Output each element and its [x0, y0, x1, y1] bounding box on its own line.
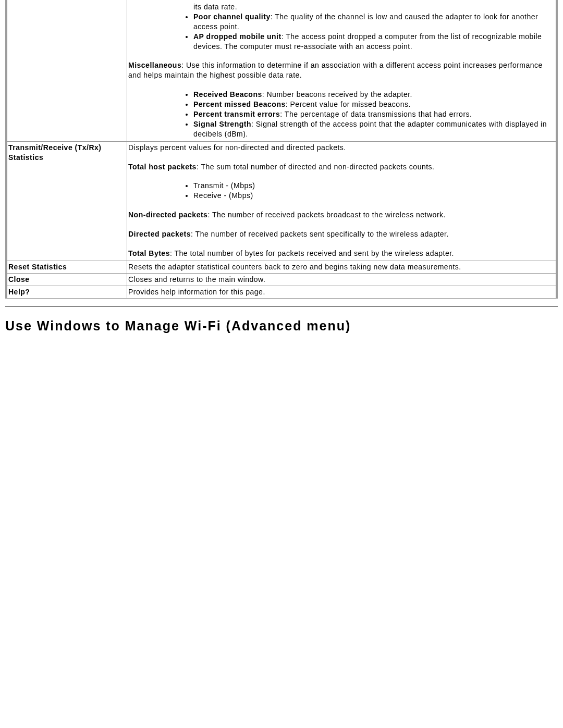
paragraph: Miscellaneous: Use this information to d…	[128, 60, 555, 80]
content-frame: its data rate. Poor channel quality: The…	[5, 0, 558, 299]
desc-cell: Displays percent values for non-directed…	[127, 141, 556, 261]
section-heading: Use Windows to Manage Wi-Fi (Advanced me…	[5, 318, 558, 334]
ndp-label: Non-directed packets	[128, 211, 207, 219]
paragraph: Total Bytes: The total number of bytes f…	[128, 249, 555, 258]
ndp-text: : The number of received packets broadca…	[207, 211, 446, 219]
item-label: Percent transmit errors	[193, 110, 280, 118]
tb-label: Total Bytes	[128, 249, 170, 257]
desc-cell: Closes and returns to the main window.	[127, 273, 556, 286]
bullet-list: Received Beacons: Number beacons receive…	[128, 90, 555, 139]
thp-label: Total host packets	[128, 163, 197, 171]
desc-cell: Resets the adapter statistical counters …	[127, 261, 556, 273]
bullet-list: its data rate. Poor channel quality: The…	[128, 2, 555, 51]
item-label: AP dropped mobile unit	[193, 32, 282, 41]
item-label: Poor channel quality	[193, 13, 271, 21]
table-row: Transmit/Receive (Tx/Rx) Statistics Disp…	[7, 141, 556, 261]
term-cell: Close	[7, 273, 127, 286]
table-row: Help? Provides help information for this…	[7, 286, 556, 298]
list-item: Transmit - (Mbps)	[193, 181, 555, 191]
desc-cell: its data rate. Poor channel quality: The…	[127, 0, 556, 141]
dp-label: Directed packets	[128, 230, 191, 238]
term-cell: Reset Statistics	[7, 261, 127, 273]
item-text: : Number beacons received by the adapter…	[262, 90, 412, 98]
bullet-list: Transmit - (Mbps) Receive - (Mbps)	[128, 181, 555, 201]
item-label: Signal Strength	[193, 120, 251, 128]
paragraph: Total host packets: The sum total number…	[128, 162, 555, 172]
misc-text: : Use this information to determine if a…	[128, 61, 543, 79]
table-row: Reset Statistics Resets the adapter stat…	[7, 261, 556, 273]
misc-label: Miscellaneous	[128, 61, 181, 69]
dp-text: : The number of received packets sent sp…	[191, 230, 449, 238]
item-label: Percent missed Beacons	[193, 100, 286, 108]
term-cell: Help?	[7, 286, 127, 298]
list-item: Percent missed Beacons: Percent value fo…	[193, 100, 555, 109]
list-item: Receive - (Mbps)	[193, 191, 555, 201]
list-item: Poor channel quality: The quality of the…	[193, 12, 555, 32]
paragraph: Non-directed packets: The number of rece…	[128, 210, 555, 220]
list-item: Signal Strength: Signal strength of the …	[193, 119, 555, 139]
item-text: : Percent value for missed beacons.	[286, 100, 411, 108]
item-label: Received Beacons	[193, 90, 262, 98]
section-divider	[5, 306, 558, 307]
term-cell: Transmit/Receive (Tx/Rx) Statistics	[7, 141, 127, 261]
definitions-table: its data rate. Poor channel quality: The…	[7, 0, 556, 299]
list-item: its data rate.	[193, 2, 555, 12]
tb-text: : The total number of bytes for packets …	[170, 249, 454, 257]
list-item: AP dropped mobile unit: The access point…	[193, 32, 555, 52]
list-item: Received Beacons: Number beacons receive…	[193, 90, 555, 100]
table-row: Close Closes and returns to the main win…	[7, 273, 556, 286]
item-text: : The percentage of data transmissions t…	[280, 110, 472, 118]
intro-text: Displays percent values for non-directed…	[128, 143, 555, 153]
thp-text: : The sum total number of directed and n…	[197, 163, 435, 171]
desc-cell: Provides help information for this page.	[127, 286, 556, 298]
table-row: its data rate. Poor channel quality: The…	[7, 0, 556, 141]
term-cell	[7, 0, 127, 141]
list-item: Percent transmit errors: The percentage …	[193, 109, 555, 119]
paragraph: Directed packets: The number of received…	[128, 229, 555, 239]
